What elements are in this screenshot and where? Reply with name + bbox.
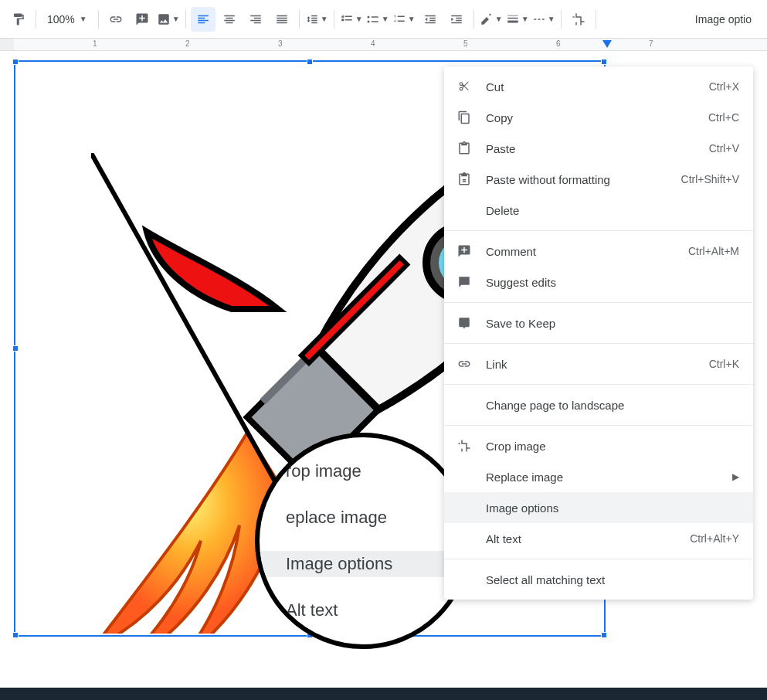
- resize-handle[interactable]: [12, 345, 19, 352]
- menu-image-options[interactable]: Image options: [444, 492, 753, 523]
- decrease-indent-button[interactable]: [418, 7, 443, 32]
- menu-delete[interactable]: Delete: [444, 195, 753, 226]
- menu-separator: [444, 302, 753, 303]
- toolbar-separator: [299, 10, 300, 29]
- align-center-button[interactable]: [217, 7, 242, 32]
- menu-separator: [444, 384, 753, 385]
- increase-indent-button[interactable]: [444, 7, 469, 32]
- chevron-down-icon: ▼: [382, 15, 389, 23]
- menu-save-to-keep[interactable]: Save to Keep: [444, 308, 753, 338]
- suggest-icon: [456, 274, 472, 290]
- magnifier-callout: rop image eplace image Image options Alt…: [255, 433, 471, 649]
- menu-link[interactable]: Link Ctrl+K: [444, 348, 753, 379]
- resize-handle[interactable]: [12, 632, 19, 638]
- toolbar: 100% ▼ ▼ ▼ ▼ ▼ ▼: [0, 0, 767, 39]
- blank-icon: [456, 202, 472, 218]
- cut-icon: [456, 79, 472, 94]
- menu-paste-without-formatting[interactable]: Paste without formatting Ctrl+Shift+V: [444, 164, 753, 195]
- border-dash-button[interactable]: ▼: [531, 7, 556, 32]
- insert-link-button[interactable]: [104, 7, 128, 32]
- align-left-button[interactable]: [191, 7, 216, 32]
- menu-separator: [444, 559, 753, 559]
- menu-separator: [444, 230, 753, 231]
- chevron-down-icon: ▼: [495, 15, 503, 23]
- border-weight-button[interactable]: ▼: [505, 7, 530, 32]
- bulleted-list-button[interactable]: ▼: [365, 7, 390, 32]
- blank-icon: [456, 531, 472, 546]
- blank-icon: [456, 572, 472, 587]
- toolbar-separator: [36, 10, 36, 29]
- blank-icon: [456, 500, 472, 515]
- menu-separator: [444, 343, 753, 344]
- menu-cut[interactable]: Cut Ctrl+X: [444, 71, 753, 102]
- resize-handle[interactable]: [307, 59, 313, 65]
- menu-alt-text[interactable]: Alt text Ctrl+Alt+Y: [444, 523, 753, 554]
- checklist-button[interactable]: ▼: [339, 7, 364, 32]
- toolbar-separator: [473, 10, 474, 29]
- numbered-list-button[interactable]: ▼: [392, 7, 416, 32]
- line-spacing-button[interactable]: ▼: [304, 7, 329, 32]
- zoom-dropdown[interactable]: 100% ▼: [41, 7, 93, 32]
- keep-icon: [456, 315, 472, 331]
- context-menu: Cut Ctrl+X Copy Ctrl+C Paste Ctrl+V Past…: [444, 66, 753, 600]
- mag-replace: eplace image: [286, 505, 467, 531]
- chevron-down-icon: ▼: [80, 15, 87, 23]
- paint-format-button[interactable]: [6, 7, 31, 32]
- align-right-button[interactable]: [243, 7, 268, 32]
- add-comment-button[interactable]: [130, 7, 154, 32]
- crop-icon: [456, 438, 472, 454]
- chevron-down-icon: ▼: [172, 15, 180, 23]
- menu-comment[interactable]: Comment Ctrl+Alt+M: [444, 236, 753, 267]
- align-justify-button[interactable]: [270, 7, 294, 32]
- menu-copy[interactable]: Copy Ctrl+C: [444, 102, 753, 133]
- chevron-down-icon: ▼: [548, 15, 555, 23]
- mag-image-options: Image options: [260, 551, 467, 577]
- image-options-button[interactable]: Image optio: [686, 7, 761, 32]
- menu-select-all-matching[interactable]: Select all matching text: [444, 564, 753, 595]
- insert-image-button[interactable]: ▼: [156, 7, 181, 32]
- menu-crop-image[interactable]: Crop image: [444, 430, 753, 461]
- chevron-down-icon: ▼: [521, 15, 529, 23]
- menu-replace-image[interactable]: Replace image ▶: [444, 461, 753, 492]
- resize-handle[interactable]: [601, 59, 607, 65]
- zoom-value: 100%: [47, 13, 75, 25]
- chevron-down-icon: ▼: [408, 15, 416, 23]
- menu-paste[interactable]: Paste Ctrl+V: [444, 133, 753, 164]
- toolbar-separator: [98, 10, 99, 29]
- toolbar-separator: [561, 10, 562, 29]
- toolbar-separator: [596, 10, 596, 29]
- chevron-down-icon: ▼: [355, 15, 363, 23]
- margin-marker-right[interactable]: [602, 40, 612, 48]
- copy-icon: [456, 110, 472, 125]
- menu-suggest-edits[interactable]: Suggest edits: [444, 267, 753, 297]
- paste-icon: [456, 141, 472, 156]
- crop-button[interactable]: [566, 7, 591, 32]
- menu-separator: [444, 425, 753, 426]
- blank-icon: [456, 469, 472, 484]
- resize-handle[interactable]: [12, 59, 19, 65]
- submenu-arrow-icon: ▶: [732, 471, 739, 482]
- border-color-button[interactable]: ▼: [479, 7, 504, 32]
- link-icon: [456, 356, 472, 372]
- menu-change-page-landscape[interactable]: Change page to landscape: [444, 389, 753, 420]
- comment-icon: [456, 243, 472, 259]
- toolbar-separator: [185, 10, 186, 29]
- toolbar-separator: [334, 10, 334, 29]
- paste-plain-icon: [456, 172, 472, 187]
- footer-bar: [0, 688, 767, 700]
- ruler: 1 2 3 4 5 6 7: [0, 39, 767, 51]
- chevron-down-icon: ▼: [321, 15, 328, 23]
- blank-icon: [456, 397, 472, 413]
